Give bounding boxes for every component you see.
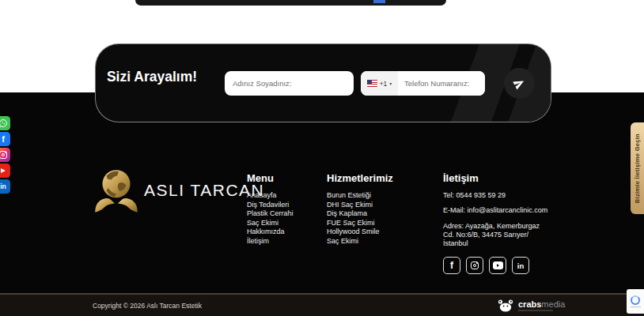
menu-link-plastik-cerrahi[interactable]: Plastik Cerrahi <box>247 209 294 219</box>
menu-heading: Menu <box>247 172 294 184</box>
youtube-icon[interactable] <box>0 164 10 178</box>
menu-link-dis-tedavileri[interactable]: Diş Tedavileri <box>247 201 294 210</box>
chevron-down-icon: ▾ <box>389 81 392 86</box>
service-link-burun-estetigi[interactable]: Burun Estetiği <box>327 191 393 201</box>
footer-logo[interactable]: ASLI TARCAN <box>92 165 264 216</box>
contact-heading: İletişim <box>443 172 562 184</box>
send-button[interactable] <box>504 68 535 99</box>
recaptcha-fineprint <box>631 307 641 308</box>
facebook-icon[interactable]: f <box>443 257 460 274</box>
facebook-icon[interactable]: f <box>0 132 10 146</box>
services-heading: Hizmetlerimiz <box>327 172 393 184</box>
agency-logo[interactable]: crabsmedia <box>497 299 565 312</box>
linkedin-icon[interactable]: in <box>0 179 10 194</box>
service-link-sac-ekimi[interactable]: Saç Ekimi <box>327 237 393 246</box>
menu-link-anasayfa[interactable]: Anasayfa <box>247 191 294 201</box>
service-link-dhi-sac-ekimi[interactable]: DHI Saç Ekimi <box>327 201 393 210</box>
globe-hands-logo-icon <box>92 165 141 216</box>
us-flag-icon <box>367 80 377 87</box>
dial-code: +1 <box>380 80 388 88</box>
contact-email[interactable]: E-Mail: info@aslitarcanclinic.com <box>443 206 562 215</box>
service-link-hollywood-smile[interactable]: Hollywood Smile <box>327 228 393 237</box>
agency-tagline <box>518 310 553 311</box>
footer-services-column: Hizmetlerimiz Burun Estetiği DHI Saç Eki… <box>327 172 393 246</box>
footer-social-row: f in <box>443 257 562 274</box>
instagram-icon[interactable] <box>0 148 10 162</box>
menu-link-sac-ekimi[interactable]: Saç Ekimi <box>247 219 294 228</box>
crab-icon <box>497 299 514 312</box>
menu-link-hakkimizda[interactable]: Hakkımızda <box>247 228 294 237</box>
contact-us-tab[interactable]: Bizimle İletişime Geçin <box>631 122 644 214</box>
service-link-dis-kaplama[interactable]: Diş Kaplama <box>327 209 393 219</box>
footer-contact-column: İletişim Tel: 0544 935 59 29 E-Mail: inf… <box>443 172 562 274</box>
phone-field: +1 ▾ <box>361 71 485 96</box>
recaptcha-icon <box>631 295 640 305</box>
phone-input[interactable] <box>398 71 485 96</box>
bottom-bar: Copyright © 2026 Aslı Tarcan Estetik cra… <box>0 295 644 316</box>
whatsapp-icon[interactable] <box>0 116 10 130</box>
agency-name-light: media <box>541 299 565 308</box>
top-widget-blue-fragment <box>373 0 385 3</box>
callback-title: Sizi Arayalım! <box>96 66 208 87</box>
linkedin-icon[interactable]: in <box>512 257 529 274</box>
instagram-icon[interactable] <box>466 257 483 274</box>
agency-name-bold: crabs <box>518 299 541 308</box>
copyright-text: Copyright © 2026 Aslı Tarcan Estetik <box>93 302 202 310</box>
page: Sizi Arayalım! +1 ▾ f in <box>0 0 644 316</box>
contact-us-tab-label: Bizimle İletişime Geçin <box>634 134 641 203</box>
footer-menu-column: Menu Anasayfa Diş Tedavileri Plastik Cer… <box>247 172 294 246</box>
contact-phone[interactable]: Tel: 0544 935 59 29 <box>443 191 562 200</box>
menu-link-iletisim[interactable]: İletişim <box>247 237 294 246</box>
top-widget-remnant <box>135 0 446 6</box>
floating-social-bar: f in <box>0 116 10 194</box>
agency-name: crabsmedia <box>518 299 565 311</box>
recaptcha-badge[interactable] <box>627 289 644 314</box>
service-link-fue-sac-ekimi[interactable]: FUE Saç Ekimi <box>327 219 393 228</box>
contact-address: Adres: Ayazağa, Kemerburgaz Cd. No:6/B, … <box>443 222 551 248</box>
youtube-icon[interactable] <box>489 257 506 274</box>
name-input[interactable] <box>225 71 354 96</box>
country-code-select[interactable]: +1 ▾ <box>361 71 398 96</box>
callback-card: Sizi Arayalım! +1 ▾ <box>95 43 551 122</box>
paper-plane-icon <box>513 77 526 90</box>
